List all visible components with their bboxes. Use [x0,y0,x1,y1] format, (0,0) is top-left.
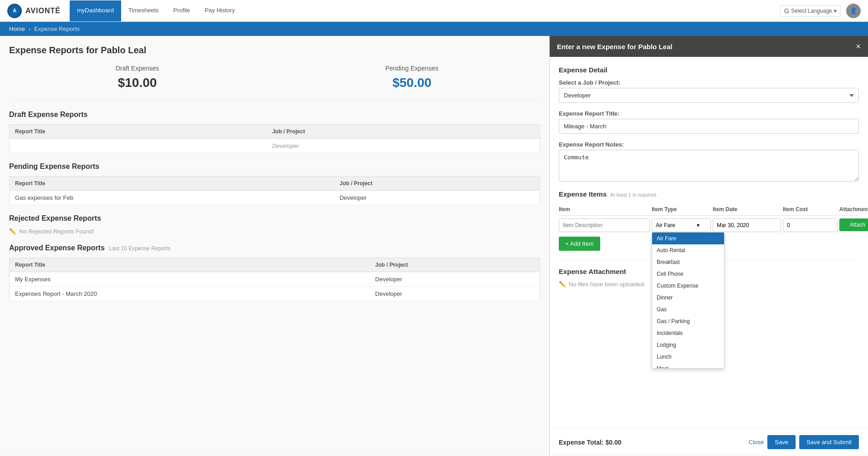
approved-reports-section: Approved Expense Reports Last 10 Expense… [9,244,540,301]
draft-summary: Draft Expenses $10.00 [9,65,266,90]
notes-group: Expense Report Notes: Commute [559,141,859,183]
breadcrumb-separator: › [29,25,31,32]
item-type-button[interactable]: Air Fare ▾ [652,218,711,232]
table-row: Gas expenses for Feb Developer [10,191,540,205]
dropdown-chevron-icon: ▾ [697,222,700,228]
pending-col-project: Job / Project [334,177,540,191]
type-option-breakfast[interactable]: Breakfast [652,256,724,268]
pending-reports-section: Pending Expense Reports Report Title Job… [9,162,540,205]
type-option-gas-/-parking[interactable]: Gas / Parking [652,315,724,327]
job-project-group: Select a Job / Project: Developer [559,79,859,103]
save-button[interactable]: Save [767,435,796,449]
report-title-group: Expense Report Title: [559,110,859,134]
type-option-gas[interactable]: Gas [652,304,724,315]
items-column-headers: Item Item Type Item Date Item Cost Attac… [559,203,859,216]
nav-tab-mydashboard[interactable]: myDashboard [70,0,121,21]
approved-reports-table: Report Title Job / Project My Expenses D… [9,258,540,301]
approved-reports-subtitle: Last 10 Expense Reports [109,245,170,252]
user-avatar[interactable]: 👤 [846,4,861,18]
expense-detail-heading: Expense Detail [559,66,859,74]
selected-type-label: Air Fare [656,222,675,228]
draft-col-title: Report Title [10,125,267,139]
no-rejected-text: No Rejected Reports Found! [19,228,94,235]
approved-row-0-project: Developer [370,272,540,287]
col-item-cost: Item Cost [783,206,837,213]
pending-reports-title: Pending Expense Reports [9,162,540,171]
type-option-dinner[interactable]: Dinner [652,292,724,304]
type-option-lunch[interactable]: Lunch [652,351,724,363]
avatar-icon: 👤 [850,7,857,14]
table-row: My Expenses Developer [10,272,540,287]
approved-col-title: Report Title [10,258,370,272]
items-label: Expense Items [559,190,607,198]
page-title: Expense Reports for Pablo Leal [9,45,540,56]
type-option-meal[interactable]: Meal [652,363,724,369]
save-submit-button[interactable]: Save and Submit [799,435,859,449]
type-option-cell-phone[interactable]: Cell Phone [652,268,724,280]
type-option-incidentals[interactable]: Incidentals [652,327,724,339]
pending-reports-table: Report Title Job / Project Gas expenses … [9,176,540,205]
no-files-text: No files have been uploaded. [569,281,645,288]
modal-footer: Expense Total: $0.00 Close Save Save and… [550,428,868,456]
item-type-dropdown-wrapper: Air Fare ▾ Air FareAuto RentalBreakfastC… [652,218,711,232]
draft-col-project: Job / Project [267,125,540,139]
draft-reports-table: Report Title Job / Project Developer [9,124,540,153]
nav-tabs: myDashboard Timesheets Profile Pay Histo… [70,0,242,21]
pending-col-title: Report Title [10,177,334,191]
type-option-auto-rental[interactable]: Auto Rental [652,244,724,256]
nav-tab-profile[interactable]: Profile [166,0,198,21]
draft-reports-section: Draft Expense Reports Report Title Job /… [9,111,540,153]
modal-close-button[interactable]: × [856,42,861,51]
left-panel: Expense Reports for Pablo Leal Draft Exp… [0,36,549,456]
add-item-button[interactable]: + Add Item [559,237,600,251]
pencil-icon: ✏️ [559,281,566,288]
item-type-dropdown: Air FareAuto RentalBreakfastCell PhoneCu… [652,232,725,369]
modal-body: Expense Detail Select a Job / Project: D… [550,57,868,428]
breadcrumb: Home › Expense Reports [0,22,868,36]
col-item: Item [559,206,650,213]
type-option-lodging[interactable]: Lodging [652,339,724,351]
draft-amount: $10.00 [9,76,266,90]
pending-row-title: Gas expenses for Feb [10,191,334,205]
lang-chevron-icon: ▾ [834,8,837,14]
attach-button[interactable]: Attach [839,218,868,231]
report-title-input[interactable] [559,119,859,134]
item-cost-input[interactable] [783,218,837,232]
item-date-input[interactable] [713,218,781,232]
expense-items-header: Expense Items At least 1 is required. [559,190,859,198]
job-project-select[interactable]: Developer [559,88,859,103]
language-selector[interactable]: G Select Language ▾ [780,5,841,17]
summary-row: Draft Expenses $10.00 Pending Expenses $… [9,65,540,100]
table-row: Developer [10,139,540,153]
col-item-date: Item Date [713,206,781,213]
approved-row-1-title: Expenses Report - March 2020 [10,287,370,301]
col-attachment: Attachment [839,206,868,213]
brand-name: AVIONTÉ [26,7,61,15]
close-modal-button[interactable]: Close [749,439,764,446]
draft-row-project: Developer [267,139,540,153]
report-title-label: Expense Report Title: [559,110,859,117]
modal-title: Enter a new Expense for Pablo Leal [557,43,672,51]
item-row-0: Air Fare ▾ Air FareAuto RentalBreakfastC… [559,218,859,232]
item-description-input[interactable] [559,218,650,232]
top-nav: A AVIONTÉ myDashboard Timesheets Profile… [0,0,868,22]
breadcrumb-current: Expense Reports [34,25,80,32]
rejected-reports-section: Rejected Expense Reports ✏️ No Rejected … [9,214,540,235]
main-layout: Expense Reports for Pablo Leal Draft Exp… [0,36,868,456]
type-option-air-fare[interactable]: Air Fare [652,233,724,244]
brand-logo-icon: A [7,4,22,18]
expense-total: Expense Total: $0.00 [559,439,621,446]
approved-title-row: Approved Expense Reports Last 10 Expense… [9,244,540,252]
draft-label: Draft Expenses [9,65,266,72]
nav-right: G Select Language ▾ 👤 [780,4,861,18]
google-icon: G [784,7,789,15]
table-row: Expenses Report - March 2020 Developer [10,287,540,301]
nav-tab-timesheets[interactable]: Timesheets [121,0,166,21]
draft-row-title [10,139,267,153]
notes-input[interactable]: Commute [559,150,859,182]
breadcrumb-home[interactable]: Home [9,25,25,32]
approved-reports-title: Approved Expense Reports [9,244,105,252]
nav-tab-payhistory[interactable]: Pay History [197,0,242,21]
type-option-custom-expense[interactable]: Custom Expense [652,280,724,292]
expense-items-section: Expense Items At least 1 is required. It… [559,190,859,251]
